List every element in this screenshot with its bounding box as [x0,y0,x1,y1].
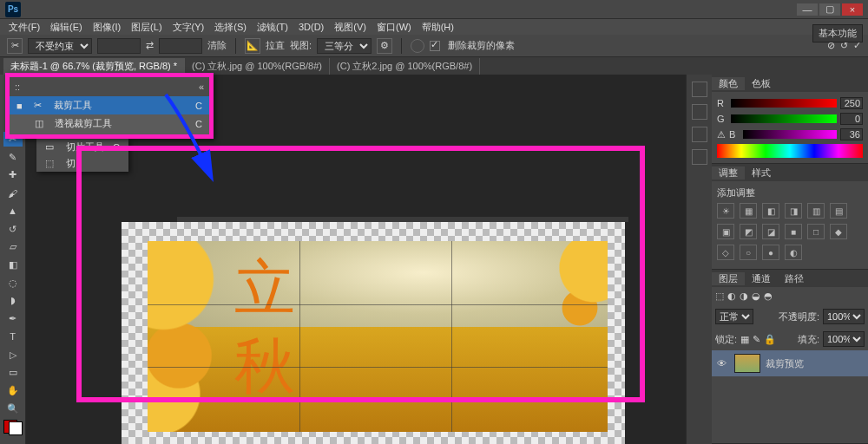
g-value[interactable]: 0 [840,113,863,125]
b-slider[interactable] [743,130,837,139]
layer-filter-1[interactable]: ◐ [727,291,736,302]
blend-mode-select[interactable]: 正常 [715,309,753,324]
gradient-tool[interactable]: ◧ [3,258,23,272]
adj-gradient-map-icon[interactable]: ● [762,245,779,260]
eraser-tool[interactable]: ▱ [3,239,23,254]
adj-balance-icon[interactable]: ▣ [717,224,734,239]
flyout-grip-icon[interactable]: :: [15,82,20,92]
clear-button[interactable]: 清除 [207,39,227,52]
channels-tab[interactable]: 通道 [745,272,778,285]
b-value[interactable]: 36 [840,128,863,140]
layer-filter-kind[interactable]: ⬚ [715,291,724,302]
straighten-icon[interactable]: 📐 [245,38,260,54]
path-select-tool[interactable]: ▷ [3,348,23,362]
menu-select[interactable]: 选择(S) [214,21,247,34]
dodge-tool[interactable]: ◗ [3,294,23,309]
heal-tool[interactable]: ✚ [3,168,23,183]
adj-vibrance-icon[interactable]: ▥ [807,203,825,219]
layer-filter-4[interactable]: ◓ [764,291,773,302]
doc-tab-3[interactable]: (C) 立秋2.jpg @ 100%(RGB/8#) [330,58,480,75]
gamut-warn-icon: ⚠ [717,129,726,140]
r-slider[interactable] [731,99,837,108]
window-maximize[interactable]: ▢ [819,3,840,16]
g-slider[interactable] [731,114,837,123]
menu-help[interactable]: 帮助(H) [422,21,454,34]
eyedropper-tool[interactable]: ✎ [3,150,23,165]
menu-file[interactable]: 文件(F) [9,21,40,34]
doc-tab-1[interactable]: 未标题-1 @ 66.7% (裁剪预览, RGB/8) * [3,58,185,75]
adj-photo-filter-icon[interactable]: ◪ [762,224,779,239]
flyout-label: 裁剪工具 [54,99,92,112]
menu-filter[interactable]: 滤镜(T) [257,21,288,34]
swatches-tab[interactable]: 色板 [745,77,778,90]
menu-layer[interactable]: 图层(L) [131,21,161,34]
crop-width-input[interactable] [97,38,141,54]
adj-hue-icon[interactable]: ▤ [830,203,847,219]
adj-threshold-icon[interactable]: ○ [740,245,757,260]
adj-invert-icon[interactable]: ◆ [830,224,847,239]
color-swatch[interactable] [3,420,23,435]
lock-all-icon[interactable]: 🔒 [764,334,776,345]
brush-tool[interactable]: 🖌 [3,186,23,200]
layers-tab[interactable]: 图层 [712,272,745,285]
paths-tab[interactable]: 路径 [778,272,811,285]
lock-label: 锁定: [715,333,737,346]
collapsed-panel-4[interactable] [692,149,707,165]
layer-filter-2[interactable]: ◑ [740,291,748,302]
menu-image[interactable]: 图像(I) [93,21,121,34]
window-minimize[interactable]: — [797,3,818,16]
hue-ramp[interactable] [717,144,863,158]
menu-window[interactable]: 窗口(W) [377,21,411,34]
layer-name[interactable]: 裁剪预览 [766,357,804,370]
window-close[interactable]: × [842,3,863,16]
layer-thumbnail[interactable] [734,354,760,373]
menu-3d[interactable]: 3D(D) [299,22,324,32]
collapsed-panel-2[interactable] [692,104,707,120]
hand-tool[interactable]: ✋ [3,383,23,398]
visibility-icon[interactable]: 👁 [717,358,729,369]
doc-tab-2[interactable]: (C) 立秋.jpg @ 100%(RGB/8#) [185,58,330,75]
r-value[interactable]: 250 [840,97,863,109]
type-tool[interactable]: T [3,330,23,344]
adj-posterize-icon[interactable]: ◇ [717,245,734,260]
zoom-tool[interactable]: 🔍 [3,402,23,416]
layer-filter-3[interactable]: ◒ [752,291,760,302]
shape-tool[interactable]: ▭ [3,366,23,381]
lock-pixels-icon[interactable]: ▦ [740,334,749,345]
collapsed-panel-1[interactable] [692,82,707,97]
history-brush-tool[interactable]: ↺ [3,222,23,237]
adj-curves-icon[interactable]: ◧ [762,203,779,219]
lock-position-icon[interactable]: ✎ [753,334,760,345]
adj-bw-icon[interactable]: ◩ [740,224,757,239]
adj-brightness-icon[interactable]: ☀ [717,203,734,219]
styles-tab[interactable]: 样式 [745,166,778,180]
adj-selective-icon[interactable]: ◐ [785,245,802,260]
adj-exposure-icon[interactable]: ◨ [785,203,802,219]
stamp-tool[interactable]: ▲ [3,204,23,219]
menu-edit[interactable]: 编辑(E) [50,21,82,34]
color-tab[interactable]: 颜色 [712,77,745,90]
delete-pixels-checkbox[interactable] [430,41,440,51]
crop-constraint-select[interactable]: 不受约束 [28,38,92,54]
workspace-switcher[interactable]: 基本功能 [812,24,863,42]
fill-select[interactable]: 100% [823,331,865,347]
adjust-tab[interactable]: 调整 [712,166,745,180]
g-label: G [717,114,727,124]
menu-type[interactable]: 文字(Y) [173,21,205,34]
collapsed-panel-3[interactable] [692,127,707,142]
pen-tool[interactable]: ✒ [3,311,23,326]
menu-view[interactable]: 视图(V) [334,21,366,34]
crop-overlay-select[interactable]: 三等分 [317,38,372,54]
adj-channel-mixer-icon[interactable]: ■ [785,224,802,239]
crop-handle-br[interactable] [601,425,608,432]
adj-lookup-icon[interactable]: □ [807,224,825,239]
blur-tool[interactable]: ◌ [3,276,23,291]
layer-row[interactable]: 👁 裁剪预览 [712,350,868,376]
crop-handle-bl[interactable] [148,425,155,432]
opacity-select[interactable]: 100% [823,309,865,324]
gear-icon[interactable]: ⚙ [377,38,392,54]
crop-shield-toggle[interactable] [411,39,424,53]
swap-icon[interactable]: ⇄ [146,40,154,51]
adj-levels-icon[interactable]: ▦ [740,203,757,219]
crop-height-input[interactable] [159,38,202,54]
